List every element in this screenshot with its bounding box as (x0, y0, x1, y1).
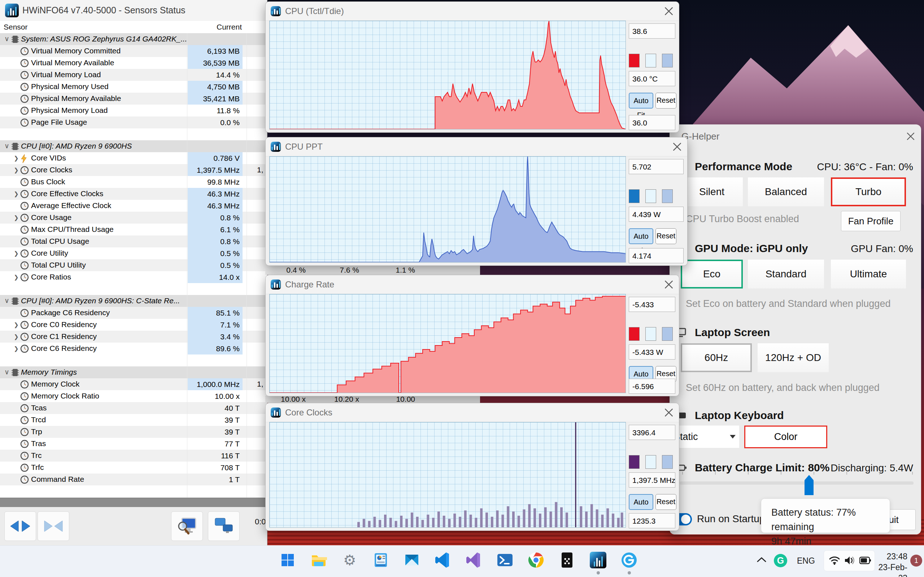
series-color-swatch[interactable] (629, 54, 640, 68)
table-row[interactable]: Command Rate 1 T (0, 474, 267, 485)
graph-titlebar[interactable]: CPU PPT (266, 137, 687, 156)
table-row[interactable]: ❯ Core Utility 0.5 % (0, 247, 267, 259)
graph-titlebar[interactable]: Core Clocks (266, 403, 679, 422)
table-row[interactable]: Page File Usage 0.0 % (0, 116, 267, 128)
table-row[interactable]: Tras 77 T (0, 438, 267, 450)
start-button[interactable] (279, 552, 296, 568)
60hz-button[interactable]: 60Hz (681, 343, 752, 372)
sensor-table[interactable]: ∨ System: ASUS ROG Zephyrus G14 GA402RK_… (0, 33, 267, 498)
table-row[interactable]: ❯ Core C0 Residency 7.1 % (0, 319, 267, 331)
system-monitor-icon[interactable] (373, 552, 389, 568)
graph-titlebar[interactable]: CPU (Tctl/Tdie) (266, 2, 679, 21)
reset-button[interactable]: Reset (656, 93, 677, 108)
mail-icon[interactable] (404, 552, 420, 568)
ultimate-button[interactable]: Ultimate (831, 259, 906, 288)
table-row[interactable]: Average Effective Clock 46.3 MHz (0, 200, 267, 212)
tree-chevron-icon[interactable]: ∨ (3, 142, 11, 150)
tree-chevron-icon[interactable]: ❯ (12, 345, 20, 352)
quick-settings[interactable] (824, 550, 875, 571)
tree-chevron-icon[interactable]: ❯ (12, 155, 20, 161)
fan-profile-button[interactable]: Fan Profile (841, 211, 901, 231)
table-row[interactable]: Physical Memory Load 11.8 % (0, 105, 267, 116)
background-color-swatch[interactable] (645, 327, 656, 341)
table-row[interactable]: Max CPU/Thread Usage 6.1 % (0, 224, 267, 235)
auto-fit-button[interactable]: Auto Fit (629, 494, 653, 510)
ghelper-taskbar-icon[interactable] (621, 552, 637, 568)
auto-fit-button[interactable]: Auto Fit (629, 93, 653, 108)
table-row[interactable]: ∨ CPU [#0]: AMD Ryzen 9 6900HS: C-State … (0, 295, 267, 307)
tree-chevron-icon[interactable]: ❯ (12, 321, 20, 328)
monitor-search-button[interactable] (171, 511, 203, 541)
tray-chevron-icon[interactable] (756, 556, 767, 563)
tree-chevron-icon[interactable]: ∨ (3, 35, 11, 43)
table-row[interactable] (0, 283, 267, 295)
table-row[interactable] (0, 355, 267, 366)
reset-button[interactable]: Reset (656, 494, 677, 510)
table-row[interactable]: ∨ System: ASUS ROG Zephyrus G14 GA402RK_… (0, 33, 267, 45)
grid-color-swatch[interactable] (662, 455, 673, 469)
tree-chevron-icon[interactable]: ❯ (12, 274, 20, 280)
grid-color-swatch[interactable] (662, 327, 673, 341)
background-color-swatch[interactable] (645, 189, 656, 203)
column-sensor[interactable]: Sensor (3, 23, 28, 31)
table-row[interactable]: Package C6 Residency 85.1 % (0, 307, 267, 319)
table-row[interactable]: Trfc 708 T (0, 462, 267, 474)
eco-button[interactable]: Eco (681, 259, 743, 288)
table-row[interactable]: ∨ Memory Timings (0, 366, 267, 378)
close-icon[interactable] (664, 279, 674, 290)
tree-chevron-icon[interactable]: ❯ (12, 190, 20, 197)
vscode-icon[interactable] (435, 552, 451, 568)
table-row[interactable]: ❯ Core VIDs 0.786 V (0, 152, 267, 164)
table-row[interactable]: Trcd 39 T (0, 414, 267, 426)
tree-chevron-icon[interactable]: ❯ (12, 333, 20, 340)
visual-studio-icon[interactable] (465, 552, 482, 568)
file-explorer-icon[interactable] (310, 552, 327, 568)
powershell-icon[interactable] (497, 552, 513, 568)
column-current[interactable]: Current (188, 23, 242, 31)
table-row[interactable]: ❯ Core Ratios 14.0 x (0, 271, 267, 283)
graph-titlebar[interactable]: Charge Rate (266, 275, 679, 294)
auto-fit-button[interactable]: Auto Fit (629, 228, 653, 244)
hwinfo-titlebar[interactable]: HWiNFO64 v7.40-5000 - Sensors Status (0, 0, 267, 21)
table-row[interactable]: ❯ Core Usage 0.8 % (0, 212, 267, 224)
language-indicator[interactable]: ENG (797, 556, 815, 566)
table-header[interactable]: Sensor Current (0, 21, 267, 34)
settings-gear-icon[interactable]: ⚙ (341, 552, 358, 568)
reset-button[interactable]: Reset (656, 228, 677, 244)
close-icon[interactable] (906, 132, 915, 141)
table-row[interactable]: ∨ CPU [#0]: AMD Ryzen 9 6900HS (0, 140, 267, 152)
close-icon[interactable] (664, 408, 674, 417)
table-row[interactable]: Memory Clock Ratio 10.00 x (0, 390, 267, 402)
slider-handle[interactable] (804, 475, 814, 495)
tree-chevron-icon[interactable]: ∨ (3, 368, 11, 376)
chrome-icon[interactable] (528, 552, 544, 568)
grid-color-swatch[interactable] (662, 189, 673, 203)
table-row[interactable]: Physical Memory Available 35,421 MB (0, 93, 267, 105)
table-row[interactable]: ❯ Core C6 Residency 89.6 % (0, 343, 267, 355)
standard-button[interactable]: Standard (748, 259, 824, 288)
close-icon[interactable] (672, 142, 682, 152)
series-color-swatch[interactable] (629, 455, 640, 469)
table-row[interactable]: Total CPU Utility 0.5 % (0, 259, 267, 271)
battery-limit-slider[interactable] (680, 482, 914, 485)
clock[interactable]: 23:48 23-Feb-23 (878, 551, 908, 577)
table-row[interactable]: ❯ Core C1 Residency 3.4 % (0, 331, 267, 343)
notification-badge[interactable]: 1 (910, 554, 922, 567)
balanced-button[interactable]: Balanced (748, 177, 824, 206)
grammarly-tray-icon[interactable]: G (774, 554, 787, 567)
120hz-button[interactable]: 120Hz + OD (758, 343, 829, 372)
table-row[interactable]: Trc 116 T (0, 450, 267, 462)
table-row[interactable]: Total CPU Usage 0.8 % (0, 235, 267, 247)
grid-color-swatch[interactable] (662, 54, 673, 68)
series-color-swatch[interactable] (629, 189, 640, 203)
streaming-app-icon[interactable] (559, 552, 575, 568)
hwinfo-taskbar-icon[interactable] (590, 552, 606, 568)
background-color-swatch[interactable] (645, 54, 656, 68)
color-button[interactable]: Color (744, 425, 827, 448)
tree-chevron-icon[interactable]: ❯ (12, 167, 20, 174)
table-row[interactable]: ❯ Core Effective Clocks 46.3 MHz (0, 188, 267, 200)
turbo-button[interactable]: Turbo (831, 177, 906, 206)
table-row[interactable]: Virtual Memory Committed 6,193 MB (0, 45, 267, 57)
table-row[interactable]: Virtual Memory Load 14.4 % (0, 69, 267, 81)
series-color-swatch[interactable] (629, 327, 640, 341)
